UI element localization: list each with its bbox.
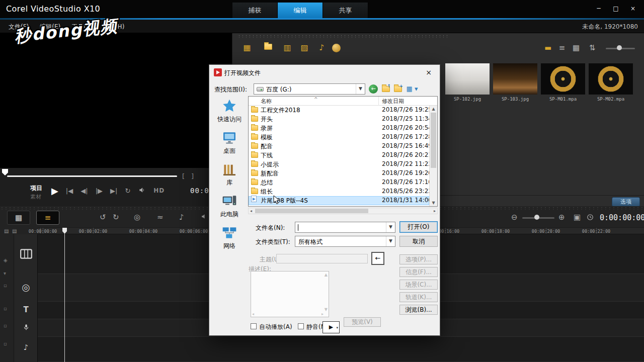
library-item[interactable]: SP-M02.mpa <box>589 63 633 102</box>
mark-out-icon[interactable]: ] <box>191 172 194 180</box>
file-row[interactable]: 下线2018/7/26 20:21 <box>249 151 429 160</box>
view-menu-button[interactable]: ▦ ▾ <box>405 83 420 95</box>
sidebar-item-desktop[interactable]: 桌面 <box>211 130 248 155</box>
library-item[interactable]: SP-103.jpg <box>493 63 537 102</box>
hd-badge[interactable]: HD <box>153 187 165 194</box>
gallery-icon[interactable]: ▦ <box>239 41 255 54</box>
dialog-play-button[interactable]: ▶▾ <box>323 321 340 333</box>
voice-track-icon[interactable] <box>14 323 38 333</box>
scroll-down-icon[interactable]: ▼ <box>430 201 437 205</box>
track-lock-icon[interactable]: ▫ <box>4 323 7 328</box>
file-row[interactable]: 配音2018/7/25 16:49 <box>249 142 429 151</box>
column-divider[interactable] <box>378 97 379 106</box>
file-row[interactable]: 总结2018/7/26 17:10 <box>249 178 429 187</box>
open-button[interactable]: 打开(O) <box>399 221 438 233</box>
library-item[interactable]: SP-M01.mpa <box>541 63 585 102</box>
column-date[interactable]: 修改日期 <box>382 98 404 105</box>
preview-button[interactable]: 预览(V) <box>344 317 381 327</box>
project-mode-label[interactable]: 项目 <box>30 184 42 193</box>
chevron-down-icon[interactable]: ▼ <box>356 84 365 94</box>
zoom-out-icon[interactable]: ⊖ <box>511 213 518 222</box>
vertical-scrollbar[interactable]: ▲ ▼ <box>429 106 437 206</box>
video-filter-icon[interactable]: ▥ <box>280 41 295 54</box>
import-folder-icon[interactable] <box>262 41 275 54</box>
zoom-in-icon[interactable]: ⊕ <box>558 213 565 222</box>
speaker-icon[interactable] <box>200 213 208 222</box>
thumb-size-slider-handle[interactable] <box>617 45 622 50</box>
photo-filter-icon[interactable]: ▨ <box>297 41 312 54</box>
play-button[interactable]: ▶ <box>51 186 58 196</box>
autoplay-checkbox[interactable] <box>251 323 257 329</box>
sound-mixer-icon[interactable]: ≈ <box>157 213 164 222</box>
auto-music-icon[interactable]: ♪ <box>179 213 184 222</box>
view-large-icon[interactable]: ▬ <box>541 41 554 54</box>
overlay-track-icon[interactable]: ◎ <box>14 282 38 293</box>
column-name[interactable]: 名称 <box>261 98 272 105</box>
chevron-down-icon[interactable]: ▼ <box>386 236 395 246</box>
new-folder-button[interactable]: + <box>392 83 404 95</box>
end-button[interactable]: ▶| <box>110 187 117 195</box>
mark-in-icon[interactable]: [ <box>182 172 185 180</box>
insert-subject-button[interactable]: ← <box>371 252 384 265</box>
prev-frame-button[interactable]: ◀| <box>80 187 88 195</box>
mute-checkbox[interactable] <box>298 323 304 329</box>
side-button[interactable]: 浏览(B)... <box>399 305 438 315</box>
sort-icon[interactable]: ⇅ <box>586 41 599 54</box>
view-grid-icon[interactable]: ▦ <box>570 41 583 54</box>
sort-ascending-icon[interactable]: ^ <box>314 97 318 102</box>
scroll-left-icon[interactable]: ◂ <box>250 209 252 213</box>
sphere-icon[interactable] <box>332 44 341 52</box>
ripple-edit-icon[interactable]: ◈ <box>4 257 8 263</box>
scroll-right-icon[interactable]: ▸ <box>434 209 436 213</box>
record-capture-icon[interactable]: ◎ <box>134 213 140 222</box>
dialog-close-icon[interactable]: × <box>418 65 440 80</box>
home-button[interactable]: |◀ <box>66 187 73 195</box>
tab-共享[interactable]: 共享 <box>323 3 368 18</box>
track-manager-icon[interactable]: ▤ <box>4 228 9 234</box>
look-in-combobox[interactable]: 百度 (G:) ▼ <box>254 83 365 95</box>
undo-icon[interactable]: ↺ <box>100 213 106 222</box>
clip-mode-label[interactable]: 素材 <box>30 193 41 201</box>
scrollbar-thumb[interactable] <box>255 209 368 213</box>
horizontal-scrollbar[interactable]: ◂ ▸ <box>248 208 438 214</box>
scrollbar-thumb[interactable] <box>431 113 436 168</box>
back-button[interactable]: ← <box>368 83 379 95</box>
volume-icon[interactable] <box>138 187 146 195</box>
file-type-combobox[interactable]: 所有格式 ▼ <box>295 236 395 247</box>
side-button[interactable]: 轨道(K)... <box>399 292 438 302</box>
file-name-input[interactable]: ▼ <box>295 222 395 233</box>
timeline-view-icon[interactable]: ≡ <box>36 211 59 225</box>
zoom-slider-handle[interactable] <box>534 215 539 220</box>
track-lock-icon[interactable]: ▫ <box>4 306 7 311</box>
sidebar-item-network[interactable]: 网络 <box>211 225 248 250</box>
next-frame-button[interactable]: |▶ <box>96 187 103 195</box>
cancel-button[interactable]: 取消 <box>399 236 438 247</box>
sidebar-item-star[interactable]: 快速访问 <box>211 98 248 124</box>
track-lock-icon[interactable]: ▫ <box>4 341 7 346</box>
sidebar-item-computer[interactable]: 此电脑 <box>211 193 248 219</box>
video-track-icon[interactable] <box>14 247 38 262</box>
track-lock-icon[interactable]: ▫ <box>4 283 7 288</box>
file-row[interactable]: 新配音2018/7/26 19:20 <box>249 169 429 178</box>
side-button[interactable]: 场景(C)... <box>399 280 438 290</box>
up-one-level-button[interactable]: ↑ <box>380 83 391 95</box>
file-row[interactable]: 工程文件20182018/7/26 19:25 <box>249 106 429 115</box>
panel-handle[interactable] <box>237 35 449 38</box>
music-track-icon[interactable]: ♪ <box>14 343 38 352</box>
file-row[interactable]: 录屏2018/7/26 20:54 <box>249 124 429 133</box>
audio-filter-icon[interactable]: ♪ <box>314 41 329 54</box>
file-row[interactable]: 小提示2018/7/22 11:23 <box>249 160 429 169</box>
close-icon[interactable]: × <box>626 4 640 14</box>
clock-icon[interactable] <box>587 214 594 223</box>
options-button[interactable]: 选项 <box>612 197 640 207</box>
minimize-icon[interactable]: ─ <box>592 4 606 14</box>
scrubber-track[interactable] <box>7 175 177 177</box>
music-track-row[interactable] <box>38 337 644 362</box>
repeat-button[interactable]: ↻ <box>125 187 130 195</box>
view-list-icon[interactable]: ≡ <box>555 41 569 54</box>
file-row[interactable]: 开头2018/7/25 11:34 <box>249 115 429 124</box>
tab-捕获[interactable]: 捕获 <box>232 3 278 18</box>
side-button[interactable]: 选项(P)... <box>399 254 438 264</box>
tab-编辑[interactable]: 编辑 <box>278 3 323 18</box>
title-track-icon[interactable]: T <box>14 305 38 314</box>
